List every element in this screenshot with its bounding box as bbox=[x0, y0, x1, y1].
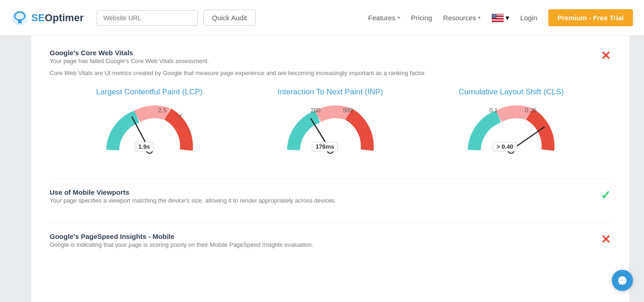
core-web-vitals-title-group: Google's Core Web Vitals Your page has f… bbox=[50, 49, 426, 80]
inp-svg-wrap: 200 500 176ms bbox=[284, 104, 376, 164]
core-web-vitals-title: Google's Core Web Vitals bbox=[50, 49, 426, 57]
features-nav-item[interactable]: Features ▾ bbox=[368, 14, 400, 22]
flag-icon bbox=[492, 14, 504, 22]
svg-point-22 bbox=[492, 16, 493, 16]
language-chevron-icon: ▾ bbox=[506, 13, 509, 22]
pagespeed-mobile-section: Google's PageSpeed Insights - Mobile Goo… bbox=[50, 232, 611, 252]
pagespeed-mobile-header: Google's PageSpeed Insights - Mobile Goo… bbox=[50, 232, 611, 252]
mobile-viewports-desc: Your page specifies a viewport matching … bbox=[50, 196, 336, 205]
pagespeed-mobile-title-group: Google's PageSpeed Insights - Mobile Goo… bbox=[50, 232, 313, 252]
pagespeed-mobile-desc: Google is indicating that your page is s… bbox=[50, 240, 313, 250]
right-sidebar bbox=[629, 36, 644, 302]
premium-button[interactable]: Premium - Free Trial bbox=[548, 9, 633, 26]
svg-point-9 bbox=[492, 14, 493, 14]
cls-svg-wrap: 0.1 0.25 > 0.40 bbox=[465, 104, 557, 164]
chat-icon bbox=[617, 275, 627, 285]
core-web-vitals-section: Google's Core Web Vitals Your page has f… bbox=[50, 49, 611, 164]
divider-2 bbox=[50, 223, 611, 223]
svg-point-12 bbox=[494, 14, 494, 15]
svg-point-20 bbox=[495, 15, 495, 15]
svg-rect-5 bbox=[492, 18, 504, 19]
svg-point-21 bbox=[495, 15, 496, 15]
inp-title: Interaction To Next Paint (INP) bbox=[277, 87, 383, 97]
svg-text:0.25: 0.25 bbox=[525, 107, 537, 114]
pagespeed-mobile-title: Google's PageSpeed Insights - Mobile bbox=[50, 232, 313, 240]
divider-1 bbox=[50, 179, 611, 179]
chat-button[interactable] bbox=[612, 270, 633, 291]
svg-point-26 bbox=[494, 16, 495, 16]
language-selector[interactable]: ▾ bbox=[492, 13, 509, 22]
svg-point-17 bbox=[493, 15, 494, 15]
svg-point-24 bbox=[493, 16, 494, 16]
pricing-nav-item[interactable]: Pricing bbox=[411, 14, 432, 22]
svg-point-19 bbox=[494, 15, 494, 15]
cls-title: Cumulative Layout Shift (CLS) bbox=[459, 87, 564, 97]
lcp-gauge: Largest Contentful Paint (LCP) 2.5 bbox=[80, 87, 218, 164]
content-area: Google's Core Web Vitals Your page has f… bbox=[31, 36, 629, 302]
logo-text: SEOptimer bbox=[31, 12, 84, 24]
svg-point-10 bbox=[493, 14, 493, 15]
svg-point-14 bbox=[495, 14, 495, 15]
cls-gauge: Cumulative Layout Shift (CLS) 0.1 0.25 bbox=[442, 87, 580, 164]
lcp-title: Largest Contentful Paint (LCP) bbox=[96, 87, 203, 97]
mobile-viewports-pass-icon: ✓ bbox=[601, 188, 611, 203]
mobile-viewports-header: Use of Mobile Viewports Your page specif… bbox=[50, 188, 611, 208]
logo-icon bbox=[11, 9, 29, 27]
svg-point-15 bbox=[496, 14, 496, 14]
svg-text:2.5: 2.5 bbox=[158, 107, 167, 114]
svg-rect-7 bbox=[492, 21, 504, 22]
svg-point-28 bbox=[496, 16, 496, 16]
svg-point-31 bbox=[494, 17, 494, 17]
header: SEOptimer Quick Audit Features ▾ Pricing… bbox=[0, 0, 644, 36]
svg-point-11 bbox=[493, 14, 494, 14]
left-sidebar bbox=[0, 36, 31, 302]
svg-point-32 bbox=[494, 17, 494, 17]
quick-audit-button[interactable]: Quick Audit bbox=[203, 10, 256, 26]
svg-point-16 bbox=[493, 15, 493, 15]
svg-text:500: 500 bbox=[343, 107, 353, 114]
core-web-vitals-desc2: Core Web Vitals are UI metrics created b… bbox=[50, 69, 426, 78]
core-web-vitals-desc1: Your page has failed Google's Core Web V… bbox=[50, 57, 426, 66]
mobile-viewports-title: Use of Mobile Viewports bbox=[50, 188, 336, 196]
features-chevron-icon: ▾ bbox=[397, 15, 400, 21]
inp-gauge: Interaction To Next Paint (INP) 200 500 bbox=[261, 87, 399, 164]
pagespeed-mobile-fail-icon: ✕ bbox=[601, 232, 611, 247]
mobile-viewports-title-group: Use of Mobile Viewports Your page specif… bbox=[50, 188, 336, 208]
svg-point-33 bbox=[495, 17, 495, 17]
inp-value: 176ms bbox=[312, 142, 338, 151]
cls-value: > 0.40 bbox=[493, 142, 517, 151]
core-web-vitals-fail-icon: ✕ bbox=[601, 49, 611, 63]
lcp-svg-wrap: 2.5 1.9s bbox=[104, 104, 196, 164]
svg-point-13 bbox=[494, 14, 495, 14]
core-web-vitals-header: Google's Core Web Vitals Your page has f… bbox=[50, 49, 611, 80]
svg-rect-6 bbox=[492, 19, 504, 20]
svg-text:0.1: 0.1 bbox=[489, 107, 498, 114]
login-button[interactable]: Login bbox=[520, 14, 537, 22]
mobile-viewports-section: Use of Mobile Viewports Your page specif… bbox=[50, 188, 611, 208]
svg-text:200: 200 bbox=[310, 107, 321, 114]
main-nav: Features ▾ Pricing Resources ▾ bbox=[368, 9, 633, 26]
logo[interactable]: SEOptimer bbox=[11, 9, 84, 27]
svg-point-18 bbox=[494, 15, 494, 15]
svg-point-23 bbox=[493, 16, 493, 17]
url-input[interactable] bbox=[97, 10, 198, 26]
lcp-value: 1.9s bbox=[135, 142, 154, 151]
gauges-row: Largest Contentful Paint (LCP) 2.5 bbox=[50, 87, 611, 164]
main-layout: Google's Core Web Vitals Your page has f… bbox=[0, 36, 644, 302]
svg-point-29 bbox=[493, 17, 493, 17]
svg-point-25 bbox=[494, 16, 494, 17]
svg-point-30 bbox=[493, 17, 494, 17]
resources-chevron-icon: ▾ bbox=[478, 15, 481, 21]
svg-point-27 bbox=[495, 16, 495, 17]
resources-nav-item[interactable]: Resources ▾ bbox=[443, 14, 481, 22]
svg-point-34 bbox=[495, 17, 496, 17]
